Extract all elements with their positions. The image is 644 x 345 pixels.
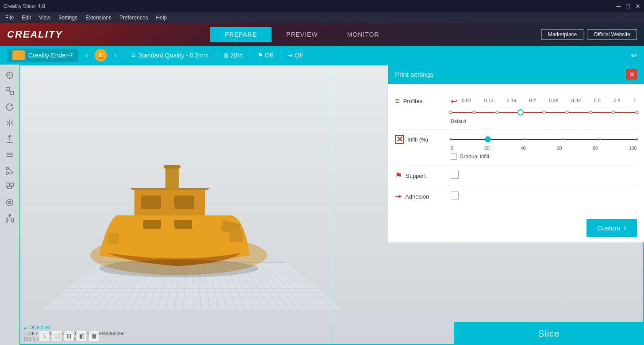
sidebar-tool-support[interactable]: [3, 132, 17, 146]
support-icon: ⚑: [257, 52, 263, 59]
sidebar-tool-rotate[interactable]: [3, 100, 17, 114]
adhesion-icon: ⇥: [288, 52, 293, 59]
svg-line-3: [9, 91, 10, 92]
sidebar-tool-seam[interactable]: [3, 196, 17, 210]
tab-preview[interactable]: PREVIEW: [272, 27, 333, 42]
texture-icon[interactable]: ▦: [88, 331, 99, 341]
shield-icon[interactable]: 🔔: [95, 49, 107, 61]
tab-monitor[interactable]: MONITOR: [333, 27, 394, 42]
close-button[interactable]: ✕: [635, 3, 640, 10]
app-logo: CREALITY: [7, 29, 63, 40]
svg-point-8: [6, 172, 9, 175]
infill-icon: ⊠: [223, 52, 229, 59]
bottom-tools: ⌂ ⬜ ⊡ ◧ ▦: [39, 331, 99, 341]
menu-settings[interactable]: Settings: [55, 14, 81, 22]
slice-button[interactable]: Slice: [454, 322, 644, 345]
menu-help[interactable]: Help: [153, 14, 171, 22]
left-arrow[interactable]: ‹: [85, 51, 88, 59]
support-selector[interactable]: ⚑ Off: [257, 52, 273, 59]
official-website-button[interactable]: Official Website: [587, 29, 637, 40]
support-checkbox[interactable]: [451, 171, 459, 179]
wireframe-icon[interactable]: ⊡: [64, 331, 74, 341]
custom-button[interactable]: Custom ›: [586, 219, 637, 237]
adhesion-icon: ⇥: [395, 192, 402, 201]
profile-val-5: 0.32: [571, 98, 581, 103]
tab-prepare[interactable]: PREPARE: [210, 27, 272, 42]
profiles-slider[interactable]: [451, 108, 637, 117]
minimize-button[interactable]: ─: [617, 3, 621, 10]
marketplace-button[interactable]: Marketplace: [541, 29, 583, 40]
profile-val-7: 0.8: [613, 98, 620, 103]
svg-rect-2: [10, 92, 13, 95]
sidebar-tool-merge[interactable]: [3, 180, 17, 194]
infill-scale-values: 0 20 40 60 80 100: [451, 146, 637, 151]
menu-view[interactable]: View: [35, 14, 54, 22]
adhesion-selector[interactable]: ⇥ Off: [288, 52, 303, 59]
panel-body: ≡ Profiles ↩ 0.08 0.12 0.16 0.2 0.28 0.3…: [388, 84, 644, 214]
sidebar-tool-layer[interactable]: [3, 148, 17, 162]
custom-button-label: Custom: [597, 224, 620, 232]
right-arrow[interactable]: ›: [114, 51, 116, 59]
adhesion-checkbox[interactable]: [451, 192, 459, 199]
toolbar: Creality Ender-7 ‹ 🔔 › ≡ Standard Qualit…: [0, 46, 644, 65]
svg-rect-21: [174, 220, 192, 229]
sidebar-tool-cut[interactable]: [3, 164, 17, 178]
profile-default-label: Default: [451, 119, 637, 124]
svg-rect-24: [141, 196, 161, 209]
quality-selector[interactable]: ≡ Standard Quality - 0.2mm: [131, 51, 209, 59]
infill-val-0: 0: [451, 146, 453, 151]
quality-icon: ≡: [131, 51, 135, 59]
menu-extensions[interactable]: Extensions: [82, 14, 115, 22]
menu-file[interactable]: File: [2, 14, 17, 22]
sidebar-tool-mirror[interactable]: [3, 116, 17, 130]
adhesion-row: ⇥ Adhesion: [395, 186, 637, 207]
svg-rect-20: [143, 220, 161, 229]
profile-val-8: 1: [633, 98, 636, 103]
profile-val-0: 0.08: [462, 98, 471, 103]
home-icon[interactable]: ⌂: [39, 331, 50, 341]
edit-icon[interactable]: ✏: [631, 51, 637, 60]
sidebar-tool-scale[interactable]: [3, 84, 17, 98]
object-list-toggle[interactable]: ▲ Object list: [23, 325, 125, 330]
profiles-label-group: ≡ Profiles: [395, 96, 444, 106]
separator: [124, 50, 124, 61]
toggle-arrow: ▲: [23, 325, 27, 330]
infill-selector[interactable]: ⊠ 20%: [223, 52, 243, 59]
slice-area: Slice: [454, 322, 644, 345]
gradual-infill-label: Gradual infill: [460, 153, 489, 160]
chevron-right-icon: ›: [624, 223, 626, 233]
sidebar-tool-move[interactable]: [3, 68, 17, 82]
profiles-content: ↩ 0.08 0.12 0.16 0.2 0.28 0.32 0.5 0.8 1: [451, 96, 637, 124]
menu-preferences[interactable]: Preferences: [116, 14, 152, 22]
support-value: Off: [265, 52, 273, 59]
profiles-values: 0.08 0.12 0.16 0.2 0.28 0.32 0.5 0.8 1: [461, 98, 637, 103]
undo-icon[interactable]: ↩: [451, 96, 457, 106]
infill-row: ✕ Infill (%): [395, 130, 637, 165]
printer-name: Creality Ender-7: [28, 52, 73, 59]
infill-label-group: ✕ Infill (%): [395, 135, 444, 144]
separator4: [280, 50, 280, 61]
obj-edit-icon: ✏: [23, 331, 27, 336]
profile-val-1: 0.12: [484, 98, 494, 103]
nav-right-buttons: Marketplace Official Website: [541, 29, 637, 40]
panel-header: Print settings ✕: [388, 65, 644, 84]
infill-label: Infill (%): [407, 136, 428, 143]
menu-edit[interactable]: Edit: [18, 14, 34, 22]
adhesion-label: Adhesion: [405, 193, 429, 200]
svg-point-26: [99, 260, 258, 277]
box-icon[interactable]: ⬜: [51, 331, 62, 341]
object-list-label: Object list: [29, 325, 50, 330]
printer-selector[interactable]: Creality Ender-7: [7, 49, 78, 62]
profile-val-6: 0.5: [594, 98, 601, 103]
sidebar-tool-plugin[interactable]: [3, 211, 17, 226]
nav-tabs: PREPARE PREVIEW MONITOR: [210, 27, 394, 42]
infill-content: 0 20 40 60 80 100 Gradual infill: [451, 135, 637, 160]
maximize-button[interactable]: □: [626, 3, 630, 10]
menubar: File Edit View Settings Extensions Prefe…: [0, 12, 644, 23]
3d-model: [64, 131, 294, 288]
infill-icon: ✕: [395, 135, 404, 144]
gradual-infill-checkbox[interactable]: [451, 153, 457, 160]
panel-close-button[interactable]: ✕: [626, 69, 637, 80]
shade-icon[interactable]: ◧: [76, 331, 87, 341]
infill-slider[interactable]: [451, 135, 637, 144]
